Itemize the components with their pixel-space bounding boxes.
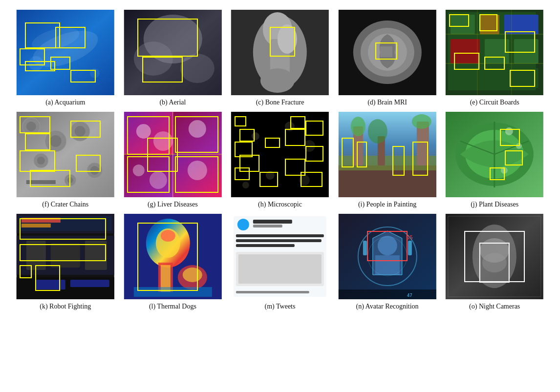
svg-point-66 — [299, 175, 310, 186]
svg-point-80 — [505, 127, 513, 135]
image-circuit — [444, 10, 545, 95]
placeholder-plant — [444, 112, 545, 197]
svg-point-46 — [67, 177, 73, 183]
svg-rect-123 — [339, 289, 436, 299]
cell-painting: (i) People in Painting — [337, 112, 438, 209]
svg-text:15: 15 — [407, 235, 413, 240]
image-bone — [229, 10, 331, 95]
cell-microscopic: (h) Microscopic — [229, 112, 331, 209]
cell-acquarium: (a) Acquarium — [15, 10, 116, 107]
cell-circuit: (e) Circuit Boards — [444, 10, 545, 107]
image-aerial — [122, 10, 224, 95]
image-grid: (a) Acquarium (b) Aerial (c) Bone Fractu… — [15, 10, 545, 311]
svg-point-4 — [90, 68, 100, 78]
cell-robot: (k) Robot Fighting — [15, 214, 116, 311]
svg-rect-29 — [451, 68, 538, 88]
svg-rect-94 — [70, 280, 109, 287]
svg-rect-89 — [26, 241, 46, 270]
svg-rect-110 — [236, 239, 322, 242]
svg-rect-91 — [85, 241, 107, 270]
svg-rect-114 — [236, 291, 309, 293]
cell-brain: (d) Brain MRI — [337, 10, 438, 107]
cell-bone: (c) Bone Fracture — [229, 10, 331, 107]
svg-point-67 — [242, 182, 249, 188]
svg-rect-107 — [253, 220, 292, 224]
svg-rect-9 — [124, 10, 221, 95]
placeholder-avatar: 15 47 — [337, 214, 438, 299]
placeholder-aerial — [122, 10, 224, 95]
image-avatar: 15 47 — [337, 214, 438, 299]
placeholder-circuit — [444, 10, 545, 95]
caption-acquarium: (a) Acquarium — [45, 98, 85, 107]
image-acquarium — [15, 10, 116, 95]
svg-point-128 — [482, 253, 507, 272]
caption-brain: (d) Brain MRI — [367, 98, 407, 107]
placeholder-night — [444, 214, 545, 299]
caption-liver: (g) Liver Diseases — [148, 200, 198, 209]
caption-painting: (i) People in Painting — [358, 200, 416, 209]
svg-rect-86 — [22, 218, 61, 223]
svg-point-44 — [90, 166, 99, 175]
placeholder-brain — [337, 10, 438, 95]
caption-thermal: (l) Thermal Dogs — [149, 302, 196, 311]
svg-point-106 — [237, 219, 249, 230]
svg-rect-87 — [22, 224, 51, 227]
svg-point-38 — [50, 135, 62, 147]
image-microscopic — [229, 112, 331, 197]
placeholder-thermal — [122, 214, 224, 299]
svg-rect-120 — [363, 241, 367, 255]
svg-rect-23 — [451, 15, 475, 34]
placeholder-bone — [229, 10, 331, 95]
caption-avatar: (n) Avatar Recognition — [356, 302, 419, 311]
svg-point-55 — [188, 120, 206, 138]
caption-plant: (j) Plant Diseases — [471, 200, 518, 209]
svg-point-64 — [303, 140, 315, 152]
svg-rect-28 — [514, 39, 538, 63]
image-brain — [337, 10, 438, 95]
svg-point-3 — [29, 56, 43, 71]
svg-point-56 — [132, 165, 144, 176]
caption-microscopic: (h) Microscopic — [258, 200, 302, 209]
svg-rect-48 — [26, 183, 56, 184]
image-robot — [15, 214, 116, 299]
svg-rect-24 — [480, 15, 499, 34]
image-thermal — [122, 214, 224, 299]
svg-point-40 — [37, 157, 45, 165]
placeholder-acquarium — [15, 10, 116, 95]
svg-rect-103 — [133, 287, 212, 297]
caption-bone: (c) Bone Fracture — [256, 98, 304, 107]
svg-rect-90 — [51, 243, 80, 268]
svg-point-14 — [260, 68, 295, 93]
svg-point-82 — [501, 167, 508, 174]
svg-rect-108 — [253, 225, 282, 227]
image-tweets — [229, 214, 331, 299]
image-liver — [122, 112, 224, 197]
placeholder-robot — [15, 214, 116, 299]
svg-point-57 — [149, 171, 167, 189]
svg-point-65 — [266, 171, 275, 180]
svg-point-15 — [278, 24, 297, 54]
svg-point-54 — [153, 131, 172, 151]
svg-point-74 — [368, 119, 388, 144]
svg-rect-27 — [485, 39, 509, 63]
svg-rect-121 — [408, 241, 412, 255]
svg-rect-113 — [238, 254, 322, 284]
cell-crater: (f) Crater Chains — [15, 112, 116, 209]
image-plant — [444, 112, 545, 197]
cell-night: (o) Night Cameras — [444, 214, 545, 311]
image-night — [444, 214, 545, 299]
svg-point-76 — [412, 114, 431, 129]
svg-point-63 — [285, 122, 295, 131]
svg-point-102 — [182, 268, 202, 282]
svg-rect-47 — [26, 180, 56, 183]
cell-liver: (g) Liver Diseases — [122, 112, 224, 209]
placeholder-tweets — [229, 214, 331, 299]
svg-rect-111 — [236, 244, 295, 247]
cell-tweets: (m) Tweets — [229, 214, 331, 311]
image-crater — [15, 112, 116, 197]
placeholder-crater — [15, 112, 116, 197]
svg-rect-93 — [36, 280, 65, 289]
svg-point-58 — [187, 161, 207, 180]
svg-point-98 — [160, 230, 175, 242]
caption-aerial: (b) Aerial — [159, 98, 186, 107]
